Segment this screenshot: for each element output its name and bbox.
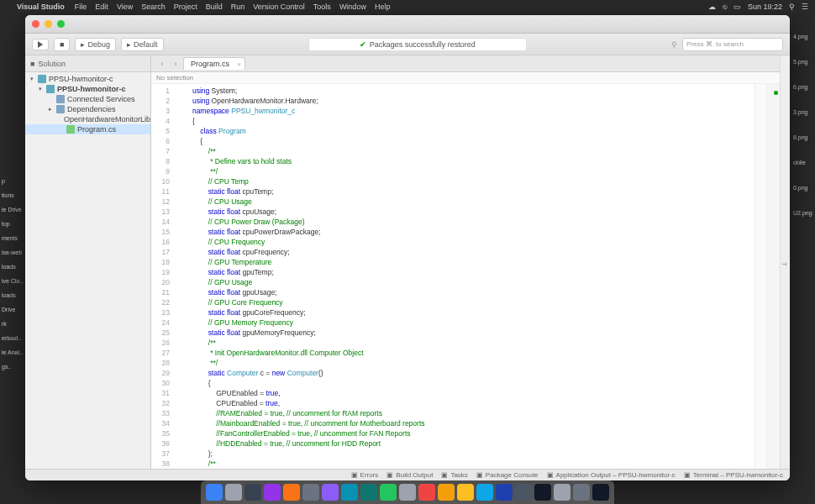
- menu-edit[interactable]: Edit: [95, 3, 108, 11]
- dock-app-9[interactable]: [380, 484, 397, 501]
- dock-app-14[interactable]: [476, 484, 493, 501]
- tree-label: PPSU-hwmonitor-c: [49, 75, 113, 83]
- dock-app-15[interactable]: [496, 484, 513, 501]
- desktop-item[interactable]: p: [0, 176, 24, 186]
- config-debug[interactable]: ▸ Debug: [75, 38, 116, 51]
- folder-icon: [56, 105, 65, 113]
- dock-app-0[interactable]: [206, 484, 223, 501]
- window-titlebar[interactable]: [25, 15, 790, 34]
- desktop-file[interactable]: obile: [791, 160, 815, 183]
- dock-app-18[interactable]: [554, 484, 570, 501]
- solution-explorer: ■ Solution ▾PPSU-hwmonitor-c▾PPSU-hwmoni…: [25, 55, 151, 469]
- tree-item-connected-services[interactable]: Connected Services: [25, 94, 150, 104]
- dock-app-1[interactable]: [225, 484, 242, 501]
- menu-window[interactable]: Window: [339, 3, 366, 11]
- desktop-item[interactable]: top: [0, 219, 24, 228]
- menu-project[interactable]: Project: [174, 3, 197, 11]
- code-editor[interactable]: 1234567891011121314151617181920212223242…: [151, 84, 780, 469]
- app-name[interactable]: Visual Studio: [17, 3, 65, 11]
- dock-app-10[interactable]: [399, 484, 416, 501]
- tab-program-cs[interactable]: Program.cs ×: [183, 57, 245, 70]
- breadcrumb[interactable]: No selection: [151, 72, 780, 84]
- desktop-item[interactable]: loads: [0, 291, 24, 300]
- search-field[interactable]: Press ⌘. to search: [682, 38, 783, 51]
- status-tasks[interactable]: ▣Tasks: [441, 471, 467, 479]
- minimize-icon[interactable]: [45, 20, 52, 28]
- desktop-item[interactable]: loads: [0, 262, 24, 271]
- menu-file[interactable]: File: [75, 3, 87, 11]
- status-application-output---ppsu-hwmonitor-c[interactable]: ▣Application Output – PPSU-hwmonitor-c: [547, 471, 676, 479]
- tree-arrow-icon[interactable]: ▾: [39, 86, 44, 92]
- clock[interactable]: Sun 19:22: [748, 3, 782, 11]
- cloud-icon[interactable]: ☁: [708, 3, 716, 11]
- desktop-item[interactable]: le Drive: [0, 205, 24, 214]
- dock-app-13[interactable]: [457, 484, 474, 501]
- desktop-item[interactable]: gs..: [0, 362, 24, 371]
- control-center-icon[interactable]: ☰: [802, 3, 808, 11]
- dock-app-7[interactable]: [341, 484, 358, 501]
- desktop-file[interactable]: 3.png: [791, 109, 815, 133]
- dock-app-12[interactable]: [438, 484, 455, 501]
- desktop-item[interactable]: erloud..: [0, 333, 24, 343]
- dock-app-3[interactable]: [264, 484, 281, 501]
- close-icon[interactable]: [32, 20, 39, 28]
- menu-view[interactable]: View: [117, 3, 133, 11]
- status-errors[interactable]: ▣Errors: [351, 471, 379, 479]
- menu-tools[interactable]: Tools: [313, 3, 331, 11]
- menu-help[interactable]: Help: [375, 3, 391, 11]
- desktop-item[interactable]: ise-web: [0, 248, 24, 257]
- menu-search[interactable]: Search: [141, 3, 166, 11]
- code-content[interactable]: using System; using OpenHardwareMonitor.…: [176, 84, 755, 469]
- desktop-file[interactable]: 0.png: [791, 185, 815, 208]
- dock-app-8[interactable]: [360, 484, 377, 501]
- dock-app-11[interactable]: [418, 484, 435, 501]
- desktop-item[interactable]: Drive: [0, 305, 24, 314]
- desktop-item[interactable]: tions: [0, 191, 24, 200]
- dock-app-20[interactable]: [592, 484, 609, 501]
- status-package-console[interactable]: ▣Package Console: [476, 471, 539, 479]
- tree-item-ppsu-hwmonitor-c[interactable]: ▾PPSU-hwmonitor-c: [25, 84, 150, 94]
- tree-arrow-icon[interactable]: ▸: [49, 106, 54, 113]
- tree-item-ppsu-hwmonitor-c[interactable]: ▾PPSU-hwmonitor-c: [25, 74, 150, 84]
- desktop-file[interactable]: 5.png: [791, 59, 815, 82]
- desktop-item[interactable]: ments: [0, 234, 24, 243]
- desktop-item[interactable]: rk: [0, 319, 24, 328]
- minimap[interactable]: [755, 84, 766, 469]
- dock-app-5[interactable]: [302, 484, 319, 501]
- status-build-output[interactable]: ▣Build Output: [386, 471, 433, 479]
- desktop-file[interactable]: 6.png: [791, 84, 815, 108]
- desktop-file[interactable]: U2.png: [791, 210, 815, 234]
- config-default[interactable]: ▸ Default: [121, 38, 164, 51]
- search-icon[interactable]: ⚲: [789, 3, 795, 11]
- desktop-item[interactable]: le Anal..: [0, 348, 24, 357]
- dock-app-16[interactable]: [515, 484, 532, 501]
- dock-app-19[interactable]: [573, 484, 590, 501]
- stop-button[interactable]: ■: [54, 38, 70, 51]
- close-tab-icon[interactable]: ×: [237, 60, 241, 68]
- menu-build[interactable]: Build: [206, 3, 223, 11]
- maximize-icon[interactable]: [57, 20, 65, 28]
- nav-forward-button[interactable]: ›: [170, 58, 181, 70]
- tree-arrow-icon[interactable]: ▾: [30, 76, 35, 82]
- menu-run[interactable]: Run: [231, 3, 245, 11]
- dock-app-2[interactable]: [244, 484, 261, 501]
- toolbox-icon[interactable]: T: [781, 262, 788, 266]
- status-terminal---ppsu-hwmonitor-c[interactable]: ▣Terminal – PPSU-hwmonitor-c: [684, 471, 783, 479]
- wifi-icon[interactable]: ⎋: [723, 3, 727, 11]
- battery-icon[interactable]: ▭: [734, 3, 741, 11]
- tree-item-dependencies[interactable]: ▸Dependencies: [25, 104, 150, 114]
- desktop-file[interactable]: 8.png: [791, 134, 815, 158]
- tree-item-program-cs[interactable]: Program.cs: [25, 124, 150, 134]
- dock-app-17[interactable]: [534, 484, 551, 501]
- nav-back-button[interactable]: ‹: [156, 58, 168, 70]
- desktop-item[interactable]: ive Clo..: [0, 276, 24, 286]
- desktop-file[interactable]: 4.png: [791, 34, 815, 57]
- run-button[interactable]: [32, 39, 49, 50]
- menu-version-control[interactable]: Version Control: [253, 3, 305, 11]
- dock-app-4[interactable]: [283, 484, 300, 501]
- success-marker-icon: [774, 91, 778, 95]
- right-sidebar[interactable]: T: [780, 55, 790, 469]
- tree-item-openhardwaremonitorlib-dll[interactable]: OpenHardwareMonitorLib.dll: [25, 114, 150, 124]
- dock-app-6[interactable]: [322, 484, 339, 501]
- folder-icon: [56, 95, 65, 103]
